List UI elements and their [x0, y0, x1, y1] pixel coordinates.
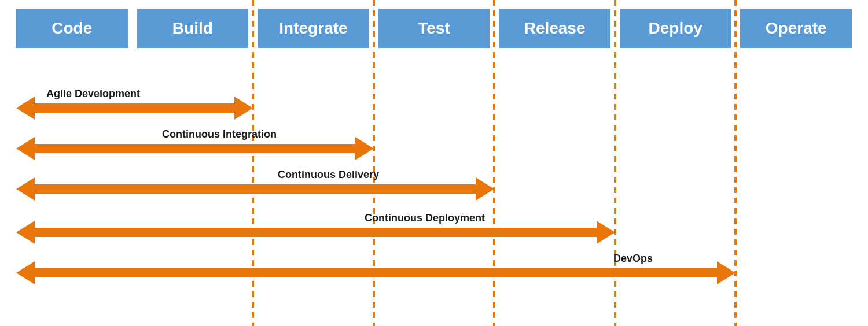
- cd-deployment-label: Continuous Deployment: [365, 212, 485, 224]
- devops-label: DevOps: [613, 253, 653, 264]
- diagram-svg: Agile Development Continuous Integration…: [0, 0, 868, 326]
- ci-label: Continuous Integration: [162, 128, 277, 140]
- svg-rect-0: [29, 103, 237, 113]
- cd-delivery-label: Continuous Delivery: [278, 169, 379, 180]
- svg-marker-14: [717, 261, 735, 284]
- cd-delivery-arrow: Continuous Delivery: [16, 169, 494, 201]
- svg-rect-12: [29, 268, 720, 277]
- main-container: Code Build Integrate Test Release Deploy…: [0, 0, 868, 326]
- svg-marker-11: [597, 221, 615, 244]
- svg-marker-2: [234, 97, 253, 120]
- svg-marker-4: [16, 137, 35, 160]
- svg-rect-9: [29, 228, 600, 237]
- svg-marker-7: [16, 177, 35, 201]
- svg-rect-3: [29, 144, 359, 153]
- svg-marker-13: [16, 261, 35, 284]
- ci-arrow: Continuous Integration: [16, 128, 374, 160]
- svg-marker-10: [16, 221, 35, 244]
- agile-arrow: Agile Development: [16, 88, 253, 120]
- svg-rect-6: [29, 184, 479, 194]
- svg-marker-8: [476, 177, 494, 201]
- svg-marker-1: [16, 97, 35, 120]
- agile-label: Agile Development: [46, 88, 140, 99]
- devops-arrow: DevOps: [16, 253, 735, 284]
- svg-marker-5: [355, 137, 374, 160]
- cd-deployment-arrow: Continuous Deployment: [16, 212, 615, 244]
